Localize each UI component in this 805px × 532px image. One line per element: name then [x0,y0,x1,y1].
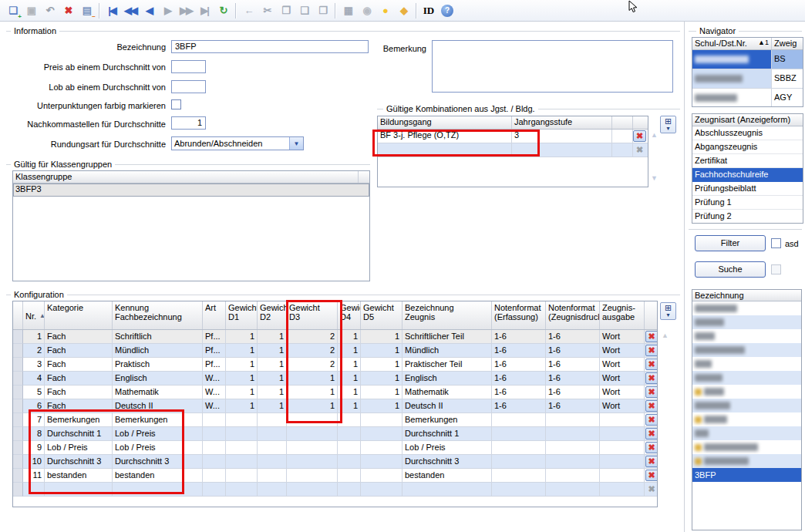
config-cell[interactable] [546,427,600,441]
config-cell[interactable] [492,469,546,483]
bezeichnung-item[interactable] [692,440,801,454]
config-cell[interactable] [287,455,338,469]
column-header-jahrgangsstufe[interactable]: Jahrgangsstufe [512,116,612,129]
config-cell[interactable]: 1-6 [492,330,546,344]
config-cell[interactable]: 1 [287,386,338,399]
config-row-6[interactable]: 6FachDeutsch IIW...11111Deutsch II1-61-6… [13,399,657,413]
zeugnisart-header[interactable]: Zeugnisart (Anzeigeform) [692,114,803,126]
filter-button[interactable]: Filter [695,235,766,251]
config-row-10[interactable]: 10Durchschnitt 3Durchschnitt 3Durchschni… [13,455,657,469]
config-cell[interactable]: 1 [23,330,45,344]
school-row-3[interactable]: AGY [692,89,803,107]
config-cell[interactable]: W... [203,372,226,386]
config-cell[interactable]: Wort [600,358,645,372]
lob-input[interactable] [171,80,206,93]
config-cell[interactable]: 1 [338,330,361,344]
config-cell[interactable] [600,441,645,455]
kombination-row-empty[interactable]: ✖ [378,143,648,157]
delete-row-button[interactable]: ✖ [645,400,658,412]
config-cell[interactable]: Mündlich [402,344,492,358]
config-cell[interactable] [361,427,402,441]
config-cell[interactable]: Durchschnitt 3 [402,455,492,469]
config-cell[interactable]: bestanden [402,469,492,483]
delete-row-button[interactable]: ✖ [645,428,658,439]
bemerkung-textarea[interactable] [432,40,673,93]
zeugnisart-item[interactable]: Prüfungsbeiblatt [692,182,803,196]
asd-checkbox[interactable] [771,238,781,248]
config-row-4[interactable]: 4FachEnglischW...11111Englisch1-61-6Wort… [13,372,657,386]
scroll-up-icon[interactable]: ▲ [662,332,669,339]
config-cell[interactable]: Deutsch II [113,399,203,413]
config-cell[interactable]: Wort [600,399,645,413]
config-cell[interactable]: Lob / Preis [113,441,203,455]
config-cell[interactable]: Fach [45,386,113,399]
config-cell[interactable] [258,455,287,469]
form-icon[interactable]: ▤− [78,2,95,19]
column-header-bildungsgang[interactable]: Bildungsgang [378,116,512,129]
column-header[interactable]: Zeugnis- ausgabe [600,301,645,329]
config-cell[interactable]: 1-6 [546,330,600,344]
column-header[interactable]: Gewicht D2 [258,301,287,329]
nav-last-icon[interactable]: ▶| [196,2,213,19]
config-cell[interactable]: 1 [338,386,361,399]
bezeichnung-item[interactable] [692,357,801,371]
config-row-1[interactable]: 1FachSchriftlichPf...11211Schriftlicher … [13,330,657,344]
jahrgangsstufe-cell[interactable]: 3 [512,130,612,143]
delete-icon[interactable]: ✖ [59,2,76,19]
bell-icon[interactable]: ◆ [395,2,412,19]
zweig-cell[interactable]: AGY [772,89,803,107]
column-header[interactable]: Kennung Fachbezeichnung [113,301,203,329]
delete-row-button[interactable]: ✖ [645,470,658,481]
bezeichnung-item[interactable] [692,329,801,343]
config-cell[interactable]: Praktischer Teil [402,358,492,372]
config-cell[interactable] [338,469,361,483]
config-cell[interactable] [287,413,338,427]
config-cell[interactable]: Fach [45,399,113,413]
config-cell[interactable]: 1 [361,372,402,386]
bezeichnung-item[interactable] [692,371,801,385]
config-cell[interactable]: 1 [258,386,287,399]
config-cell[interactable] [492,441,546,455]
config-row-3[interactable]: 3FachPraktischPf...11211Praktischer Teil… [13,358,657,372]
config-cell[interactable]: 9 [23,441,45,455]
column-header[interactable]: Notenformat (Erfassung) [492,301,546,329]
config-cell[interactable]: 8 [23,427,45,441]
zeugnisart-item[interactable]: Abschlusszeugnis [692,126,803,140]
config-cell[interactable]: 2 [287,358,338,372]
config-cell[interactable] [203,441,226,455]
config-cell[interactable]: 1 [361,330,402,344]
zeugnisart-item[interactable]: Zertifikat [692,154,803,168]
column-header[interactable]: Gewicht D5 [361,301,402,329]
insert-row-button[interactable]: ⊞ ▾ [660,116,676,133]
undo-icon[interactable]: ↶ [41,2,58,19]
config-cell[interactable]: Deutsch II [402,399,492,413]
config-cell[interactable]: Fach [45,330,113,344]
preis-input[interactable] [171,60,206,73]
delete-row-button[interactable]: ✖ [645,345,658,356]
paste-icon[interactable]: ❑ [295,2,312,19]
config-cell[interactable]: Pf... [203,344,226,358]
config-cell[interactable]: 6 [23,399,45,413]
delete-row-button[interactable]: ✖ [645,386,658,398]
config-row-11[interactable]: 11bestandenbestandenbestanden✖ [13,469,657,483]
column-header-klassengruppe[interactable]: Klassengruppe [13,171,359,183]
config-cell[interactable]: 1 [226,372,258,386]
config-cell[interactable] [361,413,402,427]
column-header[interactable]: Gewicht D1 [226,301,258,329]
config-cell[interactable] [546,455,600,469]
nav-first-icon[interactable]: |◀ [103,2,120,19]
config-row-empty[interactable]: ✖ [13,483,657,497]
config-cell[interactable]: 1-6 [546,386,600,399]
config-cell[interactable] [258,413,287,427]
config-cell[interactable] [226,441,258,455]
bezeichnung-item[interactable] [692,301,801,315]
refresh-icon[interactable]: ↻ [214,2,231,19]
config-cell[interactable]: Praktisch [113,358,203,372]
cut-icon[interactable]: ✂ [258,2,275,19]
config-cell[interactable]: Lob / Preis [402,441,492,455]
config-cell[interactable] [338,427,361,441]
nav-forward-icon[interactable]: ▶ [159,2,176,19]
delete-row-button[interactable]: ✖ [633,130,646,142]
bezeichnung-item[interactable] [692,412,801,426]
config-cell[interactable]: Wort [600,330,645,344]
